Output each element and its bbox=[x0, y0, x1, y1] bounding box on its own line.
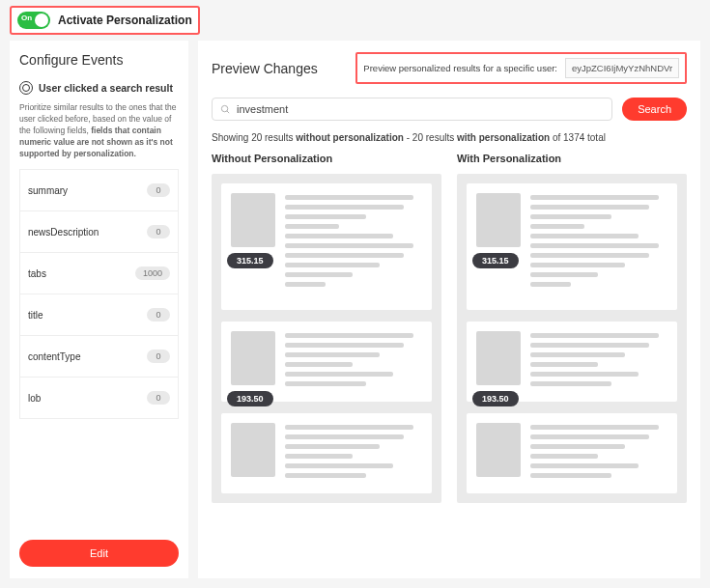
placeholder-line bbox=[530, 434, 649, 439]
activate-toggle-group: On Activate Personalization bbox=[10, 6, 200, 35]
search-input[interactable] bbox=[237, 103, 604, 115]
placeholder-line bbox=[285, 195, 413, 200]
score-pill: 193.50 bbox=[227, 391, 273, 406]
placeholder-line bbox=[530, 205, 649, 210]
col-without: Without Personalization 315.15193.50 bbox=[212, 153, 441, 503]
activate-label: Activate Personalization bbox=[58, 14, 192, 27]
result-card[interactable]: 193.50 bbox=[467, 322, 677, 402]
results-summary: Showing 20 results without personalizati… bbox=[212, 132, 687, 143]
placeholder-line bbox=[285, 362, 353, 367]
placeholder-line bbox=[285, 463, 393, 468]
placeholder-line bbox=[530, 454, 598, 459]
priority-text: Prioritize similar results to the ones t… bbox=[19, 102, 179, 159]
field-row[interactable]: tabs1000 bbox=[19, 252, 179, 294]
placeholder-line bbox=[530, 343, 649, 348]
placeholder-line bbox=[530, 444, 625, 449]
field-value-badge: 0 bbox=[147, 350, 170, 363]
field-name: lob bbox=[28, 393, 41, 404]
toggle-on-label: On bbox=[21, 14, 32, 22]
placeholder-line bbox=[530, 253, 649, 258]
placeholder-line bbox=[530, 352, 625, 357]
activate-toggle[interactable]: On bbox=[17, 12, 50, 29]
placeholder-line bbox=[285, 343, 404, 348]
field-row[interactable]: summary0 bbox=[19, 169, 179, 211]
placeholder-line bbox=[285, 381, 366, 386]
result-card[interactable]: 315.15 bbox=[467, 183, 677, 310]
top-bar: On Activate Personalization bbox=[0, 0, 710, 41]
result-lines bbox=[285, 193, 420, 287]
placeholder-line bbox=[285, 205, 404, 210]
field-name: contentType bbox=[28, 351, 80, 362]
placeholder-line bbox=[530, 272, 598, 277]
result-thumbnail bbox=[476, 331, 521, 385]
placeholder-line bbox=[530, 224, 584, 229]
placeholder-line bbox=[285, 224, 339, 229]
field-name: tabs bbox=[28, 268, 46, 279]
event-label: User clicked a search result bbox=[39, 82, 173, 94]
placeholder-line bbox=[285, 214, 366, 219]
field-value-badge: 0 bbox=[147, 308, 170, 322]
field-value-badge: 0 bbox=[147, 183, 170, 197]
result-lines bbox=[530, 423, 666, 478]
field-name: title bbox=[28, 310, 43, 321]
field-value-badge: 0 bbox=[147, 391, 170, 405]
placeholder-line bbox=[530, 234, 639, 238]
result-thumbnail bbox=[231, 423, 275, 477]
preview-user-label: Preview personalized results for a speci… bbox=[363, 63, 557, 73]
field-value-badge: 1000 bbox=[135, 266, 170, 280]
field-list: summary0newsDescription0tabs1000title0co… bbox=[19, 169, 179, 522]
placeholder-line bbox=[530, 214, 611, 219]
placeholder-line bbox=[530, 372, 639, 377]
search-icon bbox=[220, 104, 231, 115]
placeholder-line bbox=[285, 473, 366, 478]
result-lines bbox=[285, 331, 420, 386]
result-card[interactable]: 193.50 bbox=[221, 322, 432, 402]
event-row: User clicked a search result bbox=[19, 81, 179, 95]
field-row[interactable]: newsDescription0 bbox=[19, 210, 179, 253]
result-thumbnail bbox=[476, 193, 521, 247]
col-with: With Personalization 315.15193.50 bbox=[457, 153, 687, 503]
result-thumbnail bbox=[231, 331, 275, 385]
result-thumbnail bbox=[476, 423, 521, 477]
search-wrapper bbox=[212, 98, 612, 121]
placeholder-line bbox=[285, 243, 413, 248]
target-icon bbox=[19, 81, 33, 95]
preview-user-input[interactable] bbox=[565, 58, 679, 78]
placeholder-line bbox=[285, 372, 393, 377]
result-card[interactable] bbox=[221, 413, 432, 493]
sidebar-title: Configure Events bbox=[19, 52, 179, 68]
placeholder-line bbox=[530, 195, 659, 200]
edit-button[interactable]: Edit bbox=[19, 540, 179, 567]
placeholder-line bbox=[530, 425, 659, 430]
score-pill: 315.15 bbox=[472, 253, 519, 268]
placeholder-line bbox=[285, 425, 413, 430]
sidebar: Configure Events User clicked a search r… bbox=[10, 41, 188, 578]
placeholder-line bbox=[285, 454, 353, 459]
placeholder-line bbox=[285, 234, 393, 238]
field-row[interactable]: lob0 bbox=[19, 377, 179, 419]
placeholder-line bbox=[285, 263, 380, 267]
placeholder-line bbox=[530, 263, 625, 267]
result-card[interactable]: 315.15 bbox=[221, 183, 432, 310]
placeholder-line bbox=[530, 463, 639, 468]
field-value-badge: 0 bbox=[147, 225, 170, 238]
placeholder-line bbox=[530, 282, 571, 287]
field-name: summary bbox=[28, 185, 68, 196]
col-with-title: With Personalization bbox=[457, 153, 687, 164]
placeholder-line bbox=[285, 253, 404, 258]
result-card[interactable] bbox=[467, 413, 677, 493]
placeholder-line bbox=[530, 473, 611, 478]
content: Preview Changes Preview personalized res… bbox=[198, 41, 700, 578]
placeholder-line bbox=[285, 352, 380, 357]
result-lines bbox=[285, 423, 420, 478]
field-row[interactable]: contentType0 bbox=[19, 335, 179, 378]
search-button[interactable]: Search bbox=[622, 98, 687, 121]
col-without-title: Without Personalization bbox=[212, 153, 441, 164]
preview-title: Preview Changes bbox=[212, 61, 318, 76]
placeholder-line bbox=[285, 282, 326, 287]
score-pill: 193.50 bbox=[472, 391, 519, 406]
placeholder-line bbox=[285, 434, 404, 439]
placeholder-line bbox=[530, 333, 659, 338]
placeholder-line bbox=[285, 272, 353, 277]
field-row[interactable]: title0 bbox=[19, 294, 179, 336]
